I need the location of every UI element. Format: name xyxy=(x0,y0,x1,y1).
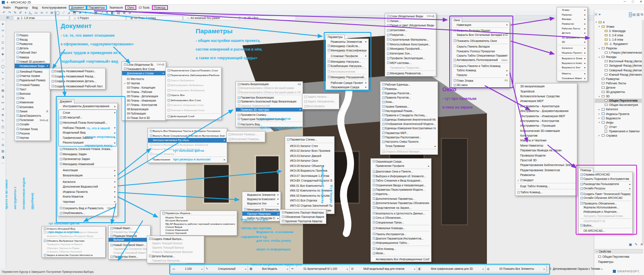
menu-item[interactable]: Менеджер Изменений xyxy=(58,162,117,167)
menu-item[interactable]: Создать Независимый Фасад... xyxy=(50,74,105,79)
menu-item[interactable]: ИКП-01 Вся Отделка xyxy=(285,198,334,203)
menu-item[interactable]: Закрыть Все Остальные Вкладки и Окна xyxy=(452,33,509,37)
menu-item[interactable]: Параметры Расположения... xyxy=(380,135,438,139)
menu-item[interactable]: Панель Инструментов... xyxy=(371,232,431,236)
menu-item[interactable]: Опубликовать... xyxy=(58,211,117,216)
toolbar-icon[interactable]: ✎ xyxy=(2,119,4,123)
menu-item[interactable]: Ведомости Зон▸ xyxy=(557,65,587,70)
menu-item[interactable]: ✓02 Чертеж xyxy=(122,81,166,85)
menu-item[interactable]: 3D-документы▸ xyxy=(557,35,587,40)
menu-item[interactable]: Траектория Перемещения Солнца... xyxy=(236,117,303,121)
navigator-tree-item[interactable]: -1. Фундамент xyxy=(595,42,642,46)
navigator-scrollbar[interactable] xyxy=(642,20,644,245)
menu-item[interactable]: План ЭтажаF2 xyxy=(452,78,509,83)
menu-item[interactable]: Редактирование Библиотечных Элементов GD… xyxy=(515,163,577,167)
toolbar-icon[interactable]: ◯ xyxy=(1,64,5,69)
navigator-tree-item[interactable]: ▸Каталоги xyxy=(595,107,642,112)
menu-item[interactable]: Правила и Стандарты Лестниц... xyxy=(380,113,438,117)
menu-item[interactable]: Создать Новый Выпуск... xyxy=(147,237,204,241)
menu-item[interactable]: Индекс Листов xyxy=(161,216,237,219)
navigator-tree-item[interactable]: ▾Этажи xyxy=(595,24,642,29)
menu-item[interactable]: Журналы Использования... xyxy=(579,205,632,210)
menu-item[interactable]: Панели▸ xyxy=(452,73,509,77)
menu-item[interactable]: РД-АР Ведомость рабочих чертежей основно… xyxy=(161,222,237,225)
menu-item[interactable]: Книга Макетов▸ xyxy=(58,194,117,199)
menu-item[interactable]: Ограничения Ввода и Направляющие... xyxy=(371,183,431,187)
menu-item[interactable]: Многослойные Конструкции... xyxy=(385,42,436,47)
navigator-tree-item[interactable]: 3. Мансарда xyxy=(595,29,642,33)
menu-item[interactable]: 10 Показ Зон в 3D xyxy=(122,115,166,120)
menu-item[interactable]: Редакции Макетов xyxy=(109,234,150,238)
toolbar-icon[interactable]: ▱ xyxy=(2,77,4,81)
menu-item[interactable]: ✓Стандарт xyxy=(515,177,577,182)
navigator-tree-item[interactable]: 1 Разрез (Автоматически Перес... xyxy=(595,51,642,55)
navigator-tree-item[interactable]: Общая Перспектива xyxy=(595,99,642,103)
menu-item[interactable]: Сеть и Обновления... xyxy=(371,216,431,220)
menu-item[interactable]: Специальные Папки... xyxy=(371,220,431,224)
quick-option-segment[interactable]: ◍00 Показать Все Элементы▸ xyxy=(486,265,547,272)
menu-item[interactable]: Табло Команд... xyxy=(371,246,431,251)
menu-item[interactable]: 09 Публикация xyxy=(122,111,166,115)
menu-item[interactable]: Уровни Привязки... xyxy=(380,104,438,109)
render-mode-selector[interactable]: ⚙ Детализированная Окраска с Тенями ▸ xyxy=(549,265,614,272)
menu-item[interactable]: Навигация▸ xyxy=(452,22,509,27)
menu-item[interactable]: 04 Планы - Рабочие xyxy=(122,90,166,94)
navigator-tree-item[interactable]: ▾Фасады xyxy=(595,55,642,59)
menu-item[interactable]: Дуга/Окружность xyxy=(15,113,50,118)
properties-row[interactable]: Параметры: xyxy=(595,259,643,264)
menu-item[interactable]: Вернуть Все Размерные Тексты в Исходное … xyxy=(148,129,227,134)
menu-item[interactable]: Правила Расчетов... xyxy=(380,96,438,100)
navigator-tree-item[interactable]: ▾Инфо xyxy=(595,120,642,125)
menu-item[interactable]: Еще Табло Команд... xyxy=(515,184,577,189)
menu-item[interactable]: Рисунок xyxy=(15,131,50,135)
menu-item[interactable]: 3D-масштаб... xyxy=(58,115,117,120)
menu-item[interactable]: Настроить Вид... xyxy=(236,122,303,126)
menu-item[interactable]: Независимые Виды▸ xyxy=(15,64,50,68)
menu-item[interactable]: Настроить Север Проекта xyxy=(380,139,438,144)
menu-item[interactable]: Привязка 3D-текстуры▸ xyxy=(236,108,303,112)
menu-item[interactable]: Менеджер Профилей... xyxy=(385,47,436,51)
menu-item[interactable]: Основные Макеты▸ xyxy=(557,76,587,80)
menu-item[interactable]: Инструменты - Конструктив xyxy=(515,118,577,123)
menu-item[interactable]: Развертки▸ xyxy=(557,22,587,26)
menu-item[interactable]: Детали Выпуска... xyxy=(147,254,204,258)
navigator-map-icon[interactable]: ▥ xyxy=(637,13,640,17)
tree-expander-icon[interactable]: ▾ xyxy=(596,21,599,23)
menu-item[interactable]: Инструменты - Проекция xyxy=(515,123,577,128)
menu-item[interactable]: Каталоги▸ xyxy=(557,46,587,51)
menu-item[interactable]: Активировать Все Информационные Сообщени… xyxy=(371,257,431,261)
menu-item[interactable]: Об ARCHICAD... xyxy=(579,229,632,233)
menu-item[interactable]: Рабочие Единицы... xyxy=(380,82,438,86)
toolbar-icon[interactable]: ⟋ xyxy=(2,58,4,63)
menu-item[interactable]: Комбинации Нагрузок... xyxy=(326,64,368,68)
quick-option-segment[interactable]: ◧Моя графическая замена для 3D▸ xyxy=(417,265,486,272)
menu-item[interactable]: Разместить Паспорт Квартиры... xyxy=(280,210,326,214)
menu-item[interactable]: Деталь xyxy=(15,46,50,51)
menu-item[interactable]: Менеджер Расширений... xyxy=(326,75,368,79)
menu-item[interactable]: Параметры Визуализации xyxy=(236,96,303,99)
menu-item[interactable]: Перья и Цвет (Модельные Виды)... xyxy=(385,23,436,28)
menu-item[interactable]: Список Видов xyxy=(161,225,237,228)
menu-item[interactable]: ИКЭ-06 Ведомость Проемов xyxy=(285,168,334,173)
toolbar-icon[interactable]: ✚ xyxy=(2,52,4,57)
toolbar-icon[interactable]: ⊙ xyxy=(2,46,4,51)
menu-item[interactable]: Слои▸ xyxy=(58,110,117,115)
menu-item[interactable]: Проверка Модели xyxy=(515,153,577,157)
menu-item[interactable]: Плоскость Сечения Плана Этажа... xyxy=(58,147,117,152)
menu-item[interactable]: Показать Полосу Прокрутки xyxy=(452,49,509,53)
menu-item[interactable]: Заблокировать Все Слои xyxy=(166,98,221,103)
menu-item[interactable]: Простой 3D xyxy=(515,158,577,163)
menu-item[interactable]: ИКЭ-02 Каталог Всех Проемов xyxy=(285,148,334,153)
menu-item[interactable]: Создать Пакет Технической Поддержки... xyxy=(579,192,632,196)
menu-item[interactable]: Новый Макет... xyxy=(109,226,150,230)
navigator-tree-item[interactable]: ▾3D xyxy=(595,94,642,99)
menu-item[interactable]: 06 Планы - Инженерия xyxy=(122,98,166,102)
menu-item[interactable]: ИКП-02 Отделка Заполнений Проемов xyxy=(285,203,334,208)
menu-item[interactable]: 08 Визуализация xyxy=(122,107,166,111)
navigator-tree-item[interactable]: Северный Фасад (Автоматическ... xyxy=(595,68,642,72)
navigator-tree-item[interactable]: Восточный Фасад (Автоматичес... xyxy=(595,59,642,64)
menu-item[interactable]: Отображение Аналитической Модели... xyxy=(380,122,438,126)
navigator-tree-item[interactable]: ▸Индексы Проекта xyxy=(595,112,642,116)
menu-item[interactable]: Создать Независимую Деталь... xyxy=(50,79,105,84)
menu-item[interactable]: Аннотация▸ xyxy=(58,168,117,173)
